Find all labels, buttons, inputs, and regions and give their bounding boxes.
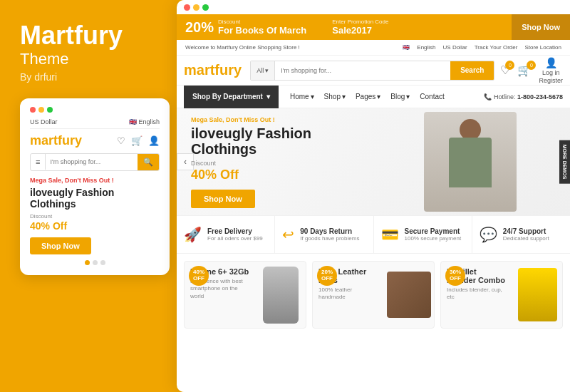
win-dot-yellow (193, 4, 200, 11)
promo-code-area: Enter Promotion Code Sale2017 (332, 19, 388, 36)
info-welcome-text: Welcome to Martfury Online Shopping Stor… (185, 44, 397, 51)
feature-free-delivery: 🚀 Free Delivery For all oders over $99 (177, 216, 275, 253)
main-menu-items: Home ▾ Shop ▾ Pages ▾ Blog ▾ Contact (290, 93, 472, 100)
win-dot-red (184, 4, 190, 11)
mobile-logo: martfury (30, 133, 82, 148)
product-desc-bag: 100% leather handmade (318, 287, 378, 301)
product-card-bag[interactable]: 20% OFF Unio Leather Bags 100% leather h… (312, 261, 435, 329)
product-image-iphone (256, 262, 306, 328)
feature-payment-title: Secure Payment (405, 227, 462, 235)
desktop-menu-bar: Shop By Department ▾ Home ▾ Shop ▾ Pages… (177, 86, 570, 108)
brand-by: By drfuri (20, 71, 57, 83)
product-card-iphone[interactable]: 40% OFF Iphone 6+ 32Gb Experience with b… (184, 261, 306, 329)
menu-item-shop[interactable]: Shop ▾ (324, 93, 346, 100)
mobile-language: 🇬🇧 English (129, 118, 160, 125)
search-category-label: All (256, 67, 264, 74)
hero-discount-label: Discount (191, 160, 311, 167)
menu-pages-chevron-icon: ▾ (377, 93, 380, 100)
hotline-number: 1-800-234-5678 (517, 93, 563, 100)
slide-dot-1[interactable] (85, 260, 90, 265)
hero-image (399, 108, 542, 215)
desktop-logo: martfury (184, 62, 242, 78)
cart-badge: 0 (527, 61, 536, 70)
dot-green (47, 107, 53, 113)
shop-by-dept-label: Shop By Department (192, 93, 263, 100)
mobile-heading-line1: iloveugly Fashion (30, 187, 114, 198)
shop-by-department-button[interactable]: Shop By Department ▾ (184, 86, 279, 108)
right-panel: 20% Discount For Books Of March Enter Pr… (177, 0, 570, 392)
hero-heading: iloveugly Fashion Clothings (191, 125, 311, 157)
product-badge-blender: 30% OFF (445, 266, 465, 286)
promo-enter-label: Enter Promotion Code (332, 19, 388, 25)
promo-discount-label: Discount (218, 19, 304, 25)
hero-sale-label: Mega Sale, Don't Miss Out ! (191, 116, 311, 123)
mobile-mockup: US Dollar 🇬🇧 English martfury ♡ 🛒 👤 ≡ 🔍 … (20, 98, 170, 276)
dot-yellow (38, 107, 44, 113)
mobile-lang-label: English (138, 118, 160, 125)
product-image-bag (384, 262, 434, 328)
slide-dot-2[interactable] (93, 260, 98, 265)
mobile-search-button[interactable]: 🔍 (138, 154, 159, 170)
product-image-blender (512, 262, 562, 328)
brand-title: Martfury (20, 21, 123, 50)
hero-heading-line1: iloveugly Fashion (191, 125, 311, 141)
mobile-window-dots (30, 107, 160, 113)
mobile-discount-value: 40% Off (30, 220, 160, 232)
hero-discount-value: 40% Off (191, 167, 311, 182)
nav-icons: ♡ 0 🛒 0 👤 Log in Register (500, 57, 563, 84)
desktop-logo-second: fury (214, 62, 242, 78)
search-category-chevron-icon: ▾ (265, 67, 269, 74)
left-panel: Martfury Theme By drfuri US Dollar 🇬🇧 En… (0, 0, 177, 392)
menu-item-pages[interactable]: Pages ▾ (356, 93, 380, 100)
bag-illustration (387, 272, 431, 318)
desktop-search-input[interactable] (275, 61, 450, 80)
phone-icon: 📞 (484, 93, 492, 100)
menu-item-home[interactable]: Home ▾ (290, 93, 314, 100)
mobile-shop-button[interactable]: Shop Now (30, 237, 91, 254)
menu-home-chevron-icon: ▾ (311, 93, 314, 100)
info-language[interactable]: English (417, 44, 435, 51)
user-icon[interactable]: 👤 (148, 135, 160, 146)
shop-by-chevron-icon: ▾ (266, 93, 270, 100)
product-card-blender[interactable]: 30% OFF Nutrillet Blender Combo Includes… (440, 261, 563, 329)
win-dot-green (202, 4, 209, 11)
mobile-heading-line2: Clothings (30, 198, 76, 210)
login-label: Log in (542, 69, 560, 76)
mobile-search-input[interactable] (46, 155, 138, 169)
heart-icon[interactable]: ♡ (117, 135, 125, 146)
person-body (449, 138, 492, 187)
delivery-icon: 🚀 (184, 226, 202, 243)
info-currency[interactable]: US Dollar (443, 44, 467, 51)
slide-dot-3[interactable] (100, 260, 105, 265)
menu-shop-chevron-icon: ▾ (342, 93, 346, 100)
more-demos-button[interactable]: MORE DEMOS (559, 140, 570, 184)
mobile-discount-label: Discount (30, 213, 160, 220)
menu-shop-label: Shop (324, 93, 341, 100)
promo-title: For Books Of March (218, 25, 306, 36)
payment-icon: 💳 (381, 226, 399, 243)
menu-contact-label: Contact (420, 93, 444, 100)
cart-button[interactable]: 🛒 0 (517, 63, 532, 77)
wishlist-button[interactable]: ♡ 0 (500, 63, 510, 77)
search-category-dropdown[interactable]: All ▾ (251, 61, 275, 80)
hero-shop-button[interactable]: Shop Now (191, 190, 255, 208)
mobile-logo-second: fury (58, 133, 82, 148)
desktop-window-dots (177, 0, 216, 15)
mobile-logo-bar: martfury ♡ 🛒 👤 (30, 133, 160, 148)
desktop-promo-bar: 20% Discount For Books Of March Enter Pr… (177, 14, 570, 40)
hero-content: Mega Sale, Don't Miss Out ! iloveugly Fa… (177, 108, 326, 215)
menu-item-contact[interactable]: Contact (420, 93, 444, 100)
feature-return-title: 90 Days Return (300, 227, 359, 235)
iphone-illustration (263, 267, 299, 324)
menu-home-label: Home (290, 93, 309, 100)
product-badge-bag: 20% OFF (317, 266, 337, 286)
menu-item-blog[interactable]: Blog ▾ (390, 93, 410, 100)
info-track-order[interactable]: Track Your Order (475, 44, 518, 51)
info-store-location[interactable]: Store Location (524, 44, 561, 51)
login-area[interactable]: 👤 Log in Register (539, 57, 563, 84)
cart-icon[interactable]: 🛒 (131, 135, 142, 146)
hamburger-icon[interactable]: ≡ (31, 154, 46, 170)
feature-support-desc: Dedicated support (503, 235, 549, 242)
promo-shop-button[interactable]: Shop Now (512, 14, 570, 40)
desktop-search-button[interactable]: Search (450, 61, 494, 80)
